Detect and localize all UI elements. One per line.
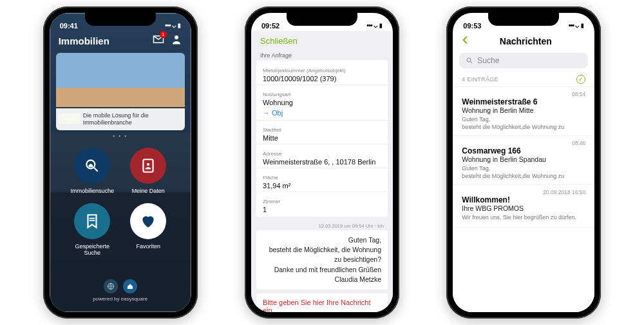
app-header: Immobilien 1 bbox=[50, 31, 191, 53]
tile-label: Gespeicherte Suche bbox=[68, 243, 117, 256]
bookmark-icon bbox=[84, 213, 100, 230]
tile-gespeicherte-suche[interactable]: Gespeicherte Suche bbox=[68, 203, 117, 256]
phone-3-messages: 09:53 ••• ⌵ ▮ Nachrichten Suche 4 EINTRÄ… bbox=[446, 6, 601, 319]
hero-caption: Die mobile Lösung für die Immobilienbran… bbox=[56, 108, 185, 131]
message-preview: Wir freuen uns, Sie hier begrüßen zu dür… bbox=[462, 214, 585, 222]
home-icon bbox=[126, 282, 134, 290]
message-title: Cosmarweg 166 bbox=[462, 146, 585, 155]
globe-icon bbox=[107, 282, 115, 290]
close-button[interactable]: Schließen bbox=[251, 31, 393, 48]
section-heading: Ihre Anfrage bbox=[251, 48, 393, 60]
device-notch bbox=[85, 12, 156, 26]
phone-1-home: 09:41 ••• ⌵ ▮ Immobilien 1 easy bbox=[43, 6, 198, 319]
object-link[interactable]: → Obj bbox=[263, 109, 283, 117]
person-icon bbox=[171, 34, 182, 45]
tile-favoriten[interactable]: Favoriten bbox=[124, 203, 173, 256]
message-subtitle: Wohnung in Berlin Mitte bbox=[462, 106, 585, 114]
status-time: 09:52 bbox=[261, 22, 279, 30]
field-flaeche: Fläche 31,94 m² bbox=[256, 168, 388, 192]
field-zimmer: Zimmer 1 bbox=[256, 192, 388, 215]
page-title: Immobilien bbox=[59, 35, 109, 46]
tile-label: Favoriten bbox=[136, 243, 160, 250]
search-icon bbox=[466, 57, 473, 64]
profile-button[interactable] bbox=[171, 34, 182, 48]
field-nutzungsart: Nutzungsart Wohnung → Obj bbox=[256, 85, 388, 121]
message-timestamp: 12.03.2019 um 09:54 Uhr · Ich bbox=[251, 217, 393, 230]
tile-label: Immobiliensuche bbox=[70, 188, 114, 194]
message-item[interactable]: 08:46 Cosmarweg 166 Wohnung in Berlin Sp… bbox=[453, 136, 594, 185]
message-input[interactable]: Bitte geben Sie hier Ihre Nachricht ein. bbox=[256, 293, 388, 312]
heart-icon bbox=[140, 213, 156, 230]
message-time: 08:46 bbox=[462, 140, 585, 146]
globe-button[interactable] bbox=[104, 279, 118, 293]
field-adresse: Adresse Weinmeisterstraße 6, , 10178 Ber… bbox=[256, 144, 388, 168]
inbox-button[interactable]: 1 bbox=[153, 34, 164, 48]
search-home-icon bbox=[84, 157, 100, 174]
contacts-icon bbox=[140, 157, 156, 174]
phone-2-request: 09:52 ••• ⌵ ▮ Schließen Ihre Anfrage Mie… bbox=[245, 6, 399, 319]
message-title: Willkommen! bbox=[462, 195, 585, 204]
tile-label: Meine Daten bbox=[132, 188, 165, 194]
hero-banner[interactable]: easy Die mobile Lösung für die Immobilie… bbox=[56, 53, 185, 130]
page-title: Nachrichten bbox=[464, 36, 587, 46]
status-time: 09:41 bbox=[60, 22, 78, 30]
entry-count-row: 4 EINTRÄGE ✓ bbox=[453, 72, 594, 87]
svg-point-3 bbox=[147, 163, 149, 166]
message-subtitle: Ihre WBG PROMOS bbox=[462, 204, 585, 212]
message-item[interactable]: 20.09.2018 16:50 Willkommen! Ihre WBG PR… bbox=[453, 185, 594, 228]
message-preview: Guten Tag,besteht die Möglichkeit,die Wo… bbox=[462, 116, 585, 130]
notification-badge: 1 bbox=[160, 31, 167, 38]
request-details-card: Mietobjektnummer (Angebotsobjekt) 1000/1… bbox=[256, 60, 388, 217]
status-time: 09:53 bbox=[463, 22, 481, 30]
device-notch bbox=[287, 12, 357, 26]
search-input[interactable]: Suche bbox=[459, 53, 588, 68]
message-time: 20.09.2018 16:50 bbox=[462, 189, 585, 195]
svg-point-0 bbox=[175, 35, 178, 39]
tile-meine-daten[interactable]: Meine Daten bbox=[124, 148, 173, 194]
message-item[interactable]: 08:54 Weinmeisterstraße 6 Wohnung in Ber… bbox=[453, 87, 594, 136]
tile-immobiliensuche[interactable]: Immobiliensuche bbox=[68, 148, 117, 194]
device-notch bbox=[488, 12, 559, 26]
home-button[interactable] bbox=[123, 279, 137, 293]
sent-message: Guten Tag,besteht die Möglichkeit, die W… bbox=[256, 230, 388, 290]
entry-count: 4 EINTRÄGE bbox=[462, 76, 498, 83]
message-title: Weinmeisterstraße 6 bbox=[462, 97, 585, 106]
message-time: 08:54 bbox=[462, 91, 585, 97]
svg-point-5 bbox=[467, 58, 471, 62]
status-indicators: ••• ⌵ ▮ bbox=[366, 21, 383, 30]
footer-icons bbox=[50, 279, 191, 293]
page-dots: • • • bbox=[50, 133, 191, 139]
powered-by: powered by easysquare bbox=[50, 296, 191, 302]
field-objektnummer: Mietobjektnummer (Angebotsobjekt) 1000/1… bbox=[256, 61, 388, 85]
message-subtitle: Wohnung in Berlin Spandau bbox=[462, 155, 585, 163]
field-stadtteil: Stadtteil Mitte bbox=[256, 121, 388, 144]
status-indicators: ••• ⌵ ▮ bbox=[165, 21, 181, 30]
message-preview: Guten Tag,besteht die Möglichkeit,die Wo… bbox=[462, 165, 585, 179]
mark-all-read-button[interactable]: ✓ bbox=[576, 75, 585, 84]
status-indicators: ••• ⌵ ▮ bbox=[569, 21, 585, 30]
